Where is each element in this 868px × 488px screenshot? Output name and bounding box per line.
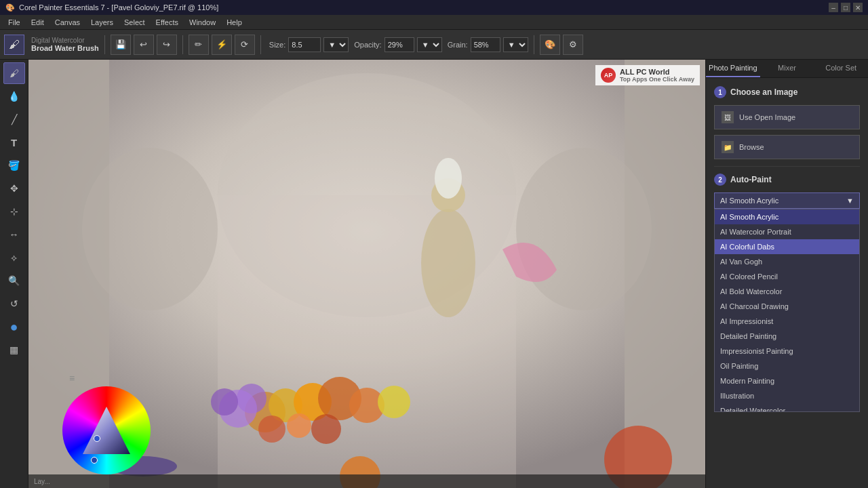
restore-button[interactable]: □ (841, 3, 850, 12)
step1-title: Choose an Image (730, 87, 797, 97)
toolbar-sep-3 (260, 35, 261, 54)
layers-panel-stub: Lay... (28, 474, 705, 488)
app-logo-icon: 🎨 (5, 3, 15, 12)
color-dot-primary (94, 435, 100, 442)
menu-file[interactable]: File (3, 17, 26, 28)
tool-dropper[interactable]: 💧 (3, 85, 25, 107)
tool-pattern[interactable]: ▦ (3, 339, 25, 361)
brush-name-label: Broad Water Brush (31, 44, 99, 52)
menu-layers[interactable]: Layers (85, 17, 119, 28)
opacity-input[interactable] (384, 37, 414, 52)
toolbar-sep-1 (104, 35, 105, 54)
tool-mirror[interactable]: ↔ (3, 224, 25, 245)
grain-dropdown[interactable]: ▼ (503, 37, 528, 52)
dropdown-item-smooth-acrylic[interactable]: AI Smooth Acrylic (715, 209, 859, 224)
tool-search[interactable]: 🔍 (3, 270, 25, 291)
watermark: AP ALL PC World Top Apps One Click Away (595, 65, 700, 85)
toolbar: 🖌 Digital Watercolor Broad Water Brush 💾… (0, 30, 868, 60)
dropdown-item-detailed-painting[interactable]: Detailed Painting (715, 329, 859, 344)
tool-brush[interactable]: 🖌 (3, 62, 25, 84)
toolbar-sep-4 (534, 35, 534, 54)
menu-window[interactable]: Window (184, 17, 221, 28)
menu-bar: File Edit Canvas Layers Select Effects W… (0, 15, 868, 30)
dropdown-item-modern-painting[interactable]: Modern Painting (715, 373, 859, 388)
browse-button[interactable]: 📁 Browse (714, 135, 860, 159)
dropdown-item-impressionist-painting[interactable]: Impressionist Painting (715, 344, 859, 359)
dropdown-item-van-gogh[interactable]: AI Van Gogh (715, 254, 859, 269)
open-image-icon: 🖼 (722, 111, 734, 123)
menu-effects[interactable]: Effects (151, 17, 184, 28)
opacity-label: Opacity: (354, 41, 381, 49)
dropdown-arrow-icon: ▼ (846, 197, 854, 205)
dropdown-item-bold-watercolor[interactable]: AI Bold Watercolor (715, 284, 859, 299)
menu-canvas[interactable]: Canvas (50, 17, 85, 28)
tab-photo-painting[interactable]: Photo Painting (706, 60, 760, 77)
menu-select[interactable]: Select (119, 17, 151, 28)
color-triangle (83, 407, 130, 454)
step2-title: Auto-Paint (730, 175, 772, 184)
step1-header: 1 Choose an Image (714, 86, 860, 98)
size-label: Size: (269, 41, 285, 49)
dropdown-item-detailed-watercolor[interactable]: Detailed Watercolor (715, 403, 859, 412)
dropdown-item-colored-pencil[interactable]: AI Colored Pencil (715, 269, 859, 284)
settings-btn[interactable]: ⚙ (563, 35, 583, 55)
menu-help[interactable]: Help (221, 17, 248, 28)
brush-category-label: Digital Watercolor (31, 37, 99, 44)
tab-color-set[interactable]: Color Set (814, 60, 868, 77)
tab-mixer[interactable]: Mixer (760, 60, 814, 77)
autopaint-selected-value: AI Smooth Acrylic (720, 197, 778, 205)
dropdown-item-impressionist[interactable]: AI Impressionist (715, 314, 859, 329)
tool-selection[interactable]: ⊹ (3, 201, 25, 222)
dropdown-item-oil-painting[interactable]: Oil Painting (715, 359, 859, 373)
brush-mode2-btn[interactable]: ⚡ (212, 35, 232, 55)
dropdown-item-charcoal-drawing[interactable]: AI Charcoal Drawing (715, 299, 859, 314)
redo-btn[interactable]: ↪ (157, 35, 177, 55)
size-dropdown[interactable]: ▼ (323, 37, 349, 52)
autopaint-dropdown-selected[interactable]: AI Smooth Acrylic ▼ (714, 192, 860, 209)
svg-point-7 (421, 209, 475, 317)
color-btn[interactable]: 🎨 (540, 35, 560, 55)
opacity-dropdown[interactable]: ▼ (417, 37, 442, 52)
tool-line[interactable]: ╱ (3, 108, 25, 130)
watermark-line1: ALL PC World (620, 68, 694, 76)
brush-mode-btn[interactable]: ✏ (189, 35, 209, 55)
left-panel: 🖌 💧 ╱ T 🪣 ✥ ⊹ ↔ ⟡ 🔍 ↺ ● ▦ (0, 60, 28, 488)
svg-point-5 (82, 148, 218, 310)
brush-icon-btn[interactable]: 🖌 (4, 35, 24, 55)
browse-label: Browse (739, 143, 764, 151)
tool-text[interactable]: T (3, 131, 25, 153)
dropdown-item-colorful-dabs[interactable]: AI Colorful Dabs (715, 239, 859, 254)
hamburger-icon[interactable]: ≡ (69, 373, 75, 384)
close-button[interactable]: ✕ (853, 3, 863, 12)
toolbar-sep-2 (182, 35, 183, 54)
menu-edit[interactable]: Edit (26, 17, 50, 28)
grain-input[interactable] (471, 37, 500, 52)
tool-blend[interactable]: ⟡ (3, 247, 25, 268)
right-panel: Photo Painting Mixer Color Set 1 Choose … (705, 60, 868, 488)
title-bar-left: 🎨 Corel Painter Essentials 7 - [Pavel Go… (5, 3, 218, 12)
save-btn[interactable]: 💾 (111, 35, 131, 55)
title-bar-controls[interactable]: – □ ✕ (829, 3, 863, 12)
use-open-image-button[interactable]: 🖼 Use Open Image (714, 105, 860, 129)
brush-mode3-btn[interactable]: ⟳ (235, 35, 255, 55)
undo-btn[interactable]: ↩ (134, 35, 154, 55)
svg-point-9 (435, 158, 462, 199)
dropdown-item-illustration[interactable]: Illustration (715, 388, 859, 403)
svg-point-18 (378, 386, 410, 418)
brush-icon: 🖌 (9, 39, 20, 51)
tool-rotate[interactable]: ↺ (3, 293, 25, 314)
tool-color-circle[interactable]: ● (3, 316, 25, 338)
tool-transform[interactable]: ✥ (3, 178, 25, 199)
layers-label: Lay... (34, 478, 50, 485)
color-wheel[interactable] (62, 386, 151, 474)
divider-1 (714, 166, 860, 167)
tool-fill[interactable]: 🪣 (3, 155, 25, 176)
step2-header: 2 Auto-Paint (714, 174, 860, 186)
dropdown-item-watercolor-portrait[interactable]: AI Watercolor Portrait (715, 224, 859, 239)
step1-number: 1 (714, 86, 726, 98)
size-input[interactable] (288, 37, 321, 52)
autopaint-dropdown-container: AI Smooth Acrylic ▼ AI Smooth Acrylic AI… (714, 192, 860, 209)
right-tabs: Photo Painting Mixer Color Set (706, 60, 868, 78)
minimize-button[interactable]: – (829, 3, 838, 12)
canvas-area[interactable]: AP ALL PC World Top Apps One Click Away … (28, 60, 705, 488)
